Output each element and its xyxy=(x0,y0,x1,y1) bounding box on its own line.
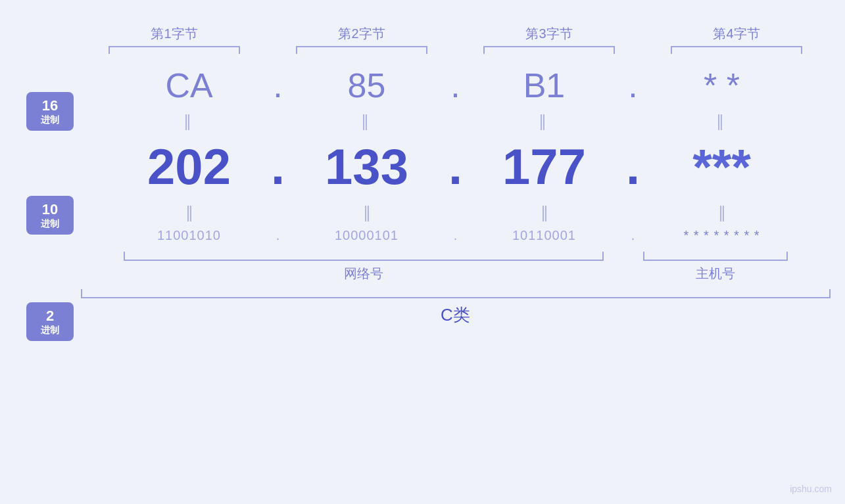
watermark: ipshu.com xyxy=(790,484,832,494)
col-header-byte3: 第3字节 xyxy=(477,25,621,43)
dec-dot1-value: . xyxy=(271,138,285,195)
bin-dot2-value: . xyxy=(454,228,458,243)
bracket-byte2 xyxy=(296,46,427,54)
bin-byte1: 11001010 xyxy=(117,228,262,243)
dec-num: 10 xyxy=(29,201,71,218)
class-label-container: C类 xyxy=(81,298,831,327)
hex-dot2: . xyxy=(439,66,472,105)
hex-row: CA . 85 . B1 . * * xyxy=(81,54,831,110)
hex-dot1: . xyxy=(262,66,295,105)
eq1-b3: ‖ xyxy=(472,112,617,130)
dec-byte2-value: 133 xyxy=(325,138,408,195)
hex-byte3: B1 xyxy=(472,66,617,105)
bracket-byte4 xyxy=(671,46,802,54)
class-bracket xyxy=(81,289,831,298)
dec-dot1: . xyxy=(262,138,295,195)
bin-dot3-value: . xyxy=(631,228,635,243)
equals-row-1: ‖ ‖ ‖ ‖ xyxy=(81,110,831,131)
bin-num: 2 xyxy=(29,308,71,325)
host-label: 主机号 xyxy=(643,265,788,283)
network-host-labels: 网络号 主机号 xyxy=(81,261,831,283)
equals-row-2: ‖ ‖ ‖ ‖ xyxy=(81,202,831,223)
dec-byte1: 202 xyxy=(117,138,262,195)
eq1-d3 xyxy=(617,112,650,130)
dec-badge: 10 进制 xyxy=(26,196,74,235)
decimal-row: 202 . 133 . 177 . *** xyxy=(81,131,831,202)
col-header-byte1: 第1字节 xyxy=(102,25,247,43)
eq2-d3 xyxy=(617,203,650,221)
top-brackets xyxy=(81,46,831,54)
dec-byte3: 177 xyxy=(472,138,617,195)
eq1-b2: ‖ xyxy=(295,112,439,130)
col-header-byte4: 第4字节 xyxy=(664,25,809,43)
dec-label-badge: 10 进制 xyxy=(26,196,74,235)
hex-text: 进制 xyxy=(29,114,71,126)
bin-label-badge: 2 进制 xyxy=(26,302,74,341)
hex-byte1-value: CA xyxy=(165,66,212,105)
eq2-b2: ‖ xyxy=(295,203,439,221)
hex-dot3-value: . xyxy=(628,66,637,105)
col-header-byte2: 第2字节 xyxy=(289,25,434,43)
dec-byte4-value: *** xyxy=(692,138,751,195)
dec-byte2: 133 xyxy=(295,138,439,195)
hex-byte2: 85 xyxy=(295,66,439,105)
binary-row: 11001010 . 10000101 . 10110001 . * * * *… xyxy=(81,223,831,246)
bin-dot3: . xyxy=(617,228,650,243)
dec-byte4: *** xyxy=(650,138,794,195)
hex-byte4-value: * * xyxy=(704,66,740,105)
hex-byte2-value: 85 xyxy=(348,66,386,105)
bracket-byte1 xyxy=(109,46,240,54)
eq2-b3: ‖ xyxy=(472,203,617,221)
bin-byte2: 10000101 xyxy=(295,228,439,243)
dec-dot3-value: . xyxy=(626,138,640,195)
hex-dot2-value: . xyxy=(450,66,460,105)
eq2-d1 xyxy=(262,203,295,221)
hex-dot1-value: . xyxy=(273,66,282,105)
hex-byte4: * * xyxy=(650,66,794,105)
hex-num: 16 xyxy=(29,97,71,114)
dec-dot3: . xyxy=(617,138,650,195)
bin-byte1-value: 11001010 xyxy=(157,228,221,243)
bin-dot1: . xyxy=(262,228,295,243)
eq1-b1: ‖ xyxy=(117,112,262,130)
class-label: C类 xyxy=(441,305,470,325)
bottom-brackets xyxy=(81,252,831,261)
column-headers: 第1字节 第2字节 第3字节 第4字节 xyxy=(81,13,831,46)
dec-byte1-value: 202 xyxy=(147,138,231,195)
dec-dot2-value: . xyxy=(448,138,462,195)
eq2-b4: ‖ xyxy=(650,203,794,221)
hex-dot3: . xyxy=(617,66,650,105)
eq1-d2 xyxy=(439,112,472,130)
bracket-spacer xyxy=(604,252,643,261)
bracket-byte3 xyxy=(483,46,615,54)
dec-byte3-value: 177 xyxy=(502,138,586,195)
bin-byte3-value: 10110001 xyxy=(512,228,576,243)
hex-byte1: CA xyxy=(117,66,262,105)
bin-byte4-value: * * * * * * * * xyxy=(683,228,760,243)
bin-badge: 2 进制 xyxy=(26,302,74,341)
dec-text: 进制 xyxy=(29,218,71,229)
network-bracket xyxy=(124,252,604,261)
eq2-d2 xyxy=(439,203,472,221)
hex-badge: 16 进制 xyxy=(26,92,74,131)
network-label: 网络号 xyxy=(124,265,604,283)
bin-byte2-value: 10000101 xyxy=(335,228,398,243)
main-container: 16 进制 10 进制 2 进制 第1字节 第2字节 第3字节 第4字节 xyxy=(0,0,845,504)
bin-byte3: 10110001 xyxy=(472,228,617,243)
bin-text: 进制 xyxy=(29,325,71,336)
bin-dot2: . xyxy=(439,228,472,243)
bin-byte4: * * * * * * * * xyxy=(650,228,794,243)
eq1-b4: ‖ xyxy=(650,112,794,130)
hex-label-badge: 16 进制 xyxy=(26,92,74,131)
dec-dot2: . xyxy=(439,138,472,195)
eq1-d1 xyxy=(262,112,295,130)
host-bracket xyxy=(643,252,788,261)
bin-dot1-value: . xyxy=(276,228,280,243)
hex-byte3-value: B1 xyxy=(523,66,566,105)
eq2-b1: ‖ xyxy=(117,203,262,221)
